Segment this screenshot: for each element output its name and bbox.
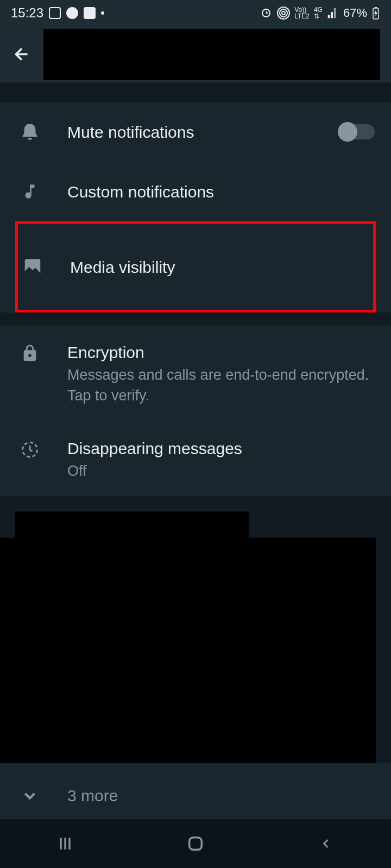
redacted-content [0,538,376,763]
recents-button[interactable] [43,833,87,854]
encryption-row[interactable]: Encryption Messages and calls are end-to… [0,326,391,423]
status-bar: 15:23 Vo))LTE2 4G⇅ 67% [0,0,391,26]
encryption-subtitle: Messages and calls are end-to-end encryp… [67,365,375,406]
image-icon [49,7,61,19]
security-section: Encryption Messages and calls are end-to… [0,326,391,496]
media-visibility-label: Media visibility [70,257,373,278]
alarm-icon [260,7,273,20]
app-icon-2 [84,7,96,19]
network-label: 4G⇅ [314,7,323,20]
signal-icon [327,7,339,19]
hotspot-icon [277,7,290,20]
redacted-heading [15,512,249,538]
custom-notifications-row[interactable]: Custom notifications [0,162,391,221]
app-icon-1 [66,7,78,19]
redacted-contact-name [43,29,380,80]
back-button[interactable] [11,43,33,65]
mute-toggle[interactable] [340,124,375,139]
more-label: 3 more [67,785,118,806]
mute-notifications-row[interactable]: Mute notifications [0,102,391,162]
encryption-title: Encryption [67,342,375,363]
disappearing-messages-row[interactable]: Disappearing messages Off [0,423,391,497]
volte-label: Vo))LTE2 [294,7,310,20]
battery-percent: 67% [343,6,367,20]
battery-icon [371,7,380,20]
custom-notifications-label: Custom notifications [67,181,375,202]
mute-notifications-label: Mute notifications [67,122,340,143]
toggle-thumb [338,122,357,142]
disappearing-messages-title: Disappearing messages [67,438,375,459]
back-nav-icon [318,836,333,851]
media-visibility-row[interactable]: Media visibility [18,237,373,297]
music-note-icon [21,182,39,201]
svg-point-1 [280,9,287,17]
timer-icon [20,440,40,459]
notification-dot [101,11,104,15]
recents-icon [56,835,74,852]
svg-rect-4 [375,7,377,8]
image-icon [22,257,43,277]
highlighted-media-visibility: Media visibility [15,221,376,312]
chevron-down-icon [21,787,39,805]
app-bar [0,26,391,82]
home-icon [186,834,205,853]
lock-icon [21,344,39,362]
more-row[interactable]: 3 more [0,763,391,828]
svg-rect-7 [190,838,202,850]
disappearing-messages-subtitle: Off [67,461,375,482]
arrow-left-icon [12,44,31,64]
home-button[interactable] [174,833,217,854]
status-left: 15:23 [11,5,104,21]
svg-point-0 [282,11,285,15]
back-nav-button[interactable] [304,833,348,854]
status-right: Vo))LTE2 4G⇅ 67% [260,6,380,20]
bell-icon [20,122,40,142]
navigation-bar [0,819,391,868]
clock: 15:23 [11,5,43,21]
notifications-section: Mute notifications Custom notifications … [0,102,391,312]
redacted-section [0,512,391,763]
